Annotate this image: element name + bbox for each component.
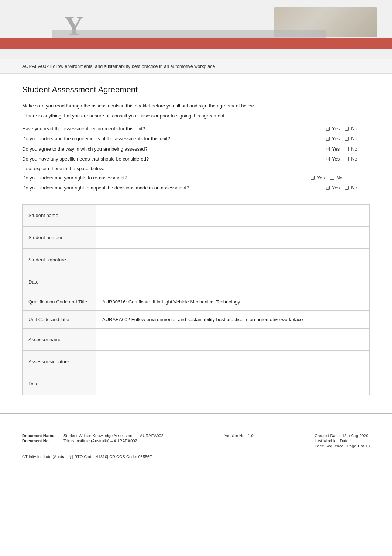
footer: Document Name: Student Written Knowledge… <box>0 429 392 451</box>
radio-no-label-6: No <box>351 184 357 192</box>
footer-version-value: 1.0 <box>248 433 253 438</box>
radio-no-icon-5[interactable]: □ <box>330 176 334 180</box>
footer-doc-name-value: Student Written Knowledge Assessment – A… <box>63 433 164 438</box>
footer-doc-name-label: Document Name: <box>22 433 59 438</box>
table-row-unit: Unit Code and Title AURAEA002 Follow env… <box>23 310 370 328</box>
table-row-date-1: Date <box>23 271 370 293</box>
header-red-bar <box>0 38 392 49</box>
radio-yes-label-1: Yes <box>332 125 340 133</box>
explain-text: If so, explain these in the space below. <box>22 166 104 171</box>
copyright-text: ©Trinity Institute (Australia) | RTO Cod… <box>22 454 152 459</box>
question-row-6: Do you understand your right to appeal t… <box>22 183 370 193</box>
radio-no-label-2: No <box>351 135 357 143</box>
header-text-bar <box>52 30 326 38</box>
radio-yes-icon-6[interactable]: □ <box>326 186 330 190</box>
value-assessor-name[interactable] <box>96 328 370 350</box>
value-student-name[interactable] <box>96 204 370 226</box>
table-row-date-2: Date <box>23 373 370 395</box>
footer-container: Document Name: Student Written Knowledge… <box>0 413 392 460</box>
question-text-5: Do you understand your rights to re-asse… <box>22 174 311 182</box>
subtitle-text: AURAEA002 Follow environmental and susta… <box>22 64 215 69</box>
question-text-4: Do you have any specific needs that shou… <box>22 155 326 163</box>
footer-modified-row: Last Modified Date: <box>314 439 370 443</box>
footer-created-row: Created Date: 12th Aug 2020 <box>314 433 370 438</box>
question-row-2: Do you understand the requirements of th… <box>22 134 370 144</box>
value-unit: AURAEA002 Follow environmental and susta… <box>96 310 370 328</box>
label-student-number: Student number <box>23 226 96 248</box>
header-image: Y <box>0 0 392 59</box>
footer-center: Version No: 1.0 <box>224 433 253 438</box>
radio-yes-icon-4[interactable]: □ <box>326 157 330 161</box>
table-row-assessor-signature: Assessor signature <box>23 350 370 373</box>
radio-no-label-4: No <box>351 155 357 163</box>
footer-doc-no-value: Trinity Institute (Australia) – AURAEA00… <box>63 439 137 443</box>
subtitle-bar: AURAEA002 Follow environmental and susta… <box>0 59 392 74</box>
radio-no-icon-3[interactable]: □ <box>345 147 349 151</box>
question-row-1: Have you read the assessment requirement… <box>22 124 370 134</box>
radio-yes-icon-1[interactable]: □ <box>326 127 330 131</box>
question-text-1: Have you read the assessment requirement… <box>22 125 326 133</box>
radio-group-4: □ Yes □ No <box>326 155 370 163</box>
footer-page-label: Page Sequence: <box>314 444 344 448</box>
footer-version-row: Version No: 1.0 <box>224 433 253 438</box>
radio-yes-icon-2[interactable]: □ <box>326 137 330 141</box>
label-student-signature: Student signature <box>23 248 96 271</box>
radio-no-label-1: No <box>351 125 357 133</box>
explain-row: If so, explain these in the space below. <box>22 164 370 173</box>
radio-no-icon-2[interactable]: □ <box>345 137 349 141</box>
value-assessor-signature[interactable] <box>96 350 370 373</box>
radio-yes-label-5: Yes <box>317 174 325 182</box>
footer-doc-name-row: Document Name: Student Written Knowledge… <box>22 433 164 438</box>
question-text-6: Do you understand your right to appeal t… <box>22 184 326 192</box>
questions-section: Have you read the assessment requirement… <box>22 124 370 193</box>
footer-created-label: Created Date: <box>314 433 340 438</box>
radio-no-icon-6[interactable]: □ <box>345 186 349 190</box>
value-student-number[interactable] <box>96 226 370 248</box>
footer-page-value: Page 1 of 18 <box>347 444 370 448</box>
footer-created-value: 12th Aug 2020 <box>342 433 368 438</box>
radio-yes-icon-5[interactable]: □ <box>311 176 315 180</box>
main-content: Student Assessment Agreement Make sure y… <box>0 74 392 402</box>
footer-page-row: Page Sequence: Page 1 of 18 <box>314 444 370 448</box>
radio-yes-label-4: Yes <box>332 155 340 163</box>
footer-doc-no-row: Document No: Trinity Institute (Australi… <box>22 439 164 443</box>
footer-right: Created Date: 12th Aug 2020 Last Modifie… <box>314 433 370 448</box>
radio-no-label-5: No <box>336 174 343 182</box>
radio-yes-icon-3[interactable]: □ <box>326 147 330 151</box>
question-text-2: Do you understand the requirements of th… <box>22 135 326 143</box>
question-row-4: Do you have any specific needs that shou… <box>22 154 370 164</box>
radio-yes-label-3: Yes <box>332 145 340 153</box>
section-title: Student Assessment Agreement <box>22 85 370 96</box>
value-date-1[interactable] <box>96 271 370 293</box>
footer-copyright: ©Trinity Institute (Australia) | RTO Cod… <box>0 453 392 460</box>
value-qualification: AUR30616: Certificate III in Light Vehic… <box>96 293 370 310</box>
radio-no-icon-1[interactable]: □ <box>345 127 349 131</box>
radio-no-label-3: No <box>351 145 357 153</box>
table-row-assessor-name: Assessor name <box>23 328 370 350</box>
form-table: Student name Student number Student sign… <box>22 204 370 395</box>
label-date-1: Date <box>23 271 96 293</box>
table-row-student-number: Student number <box>23 226 370 248</box>
label-assessor-name: Assessor name <box>23 328 96 350</box>
label-student-name: Student name <box>23 204 96 226</box>
radio-no-icon-4[interactable]: □ <box>345 157 349 161</box>
radio-group-3: □ Yes □ No <box>326 145 370 153</box>
table-row-student-name: Student name <box>23 204 370 226</box>
value-student-signature[interactable] <box>96 248 370 271</box>
question-row-3: Do you agree to the way in which you are… <box>22 144 370 154</box>
label-qualification: Qualification Code and Title <box>23 293 96 310</box>
label-assessor-signature: Assessor signature <box>23 350 96 373</box>
radio-group-5-inline: □ Yes □ No <box>311 174 370 182</box>
intro-line-1: Make sure you read through the assessmen… <box>22 102 370 110</box>
value-date-2[interactable] <box>96 373 370 395</box>
question-text-3: Do you agree to the way in which you are… <box>22 145 326 153</box>
table-row-student-signature: Student signature <box>23 248 370 271</box>
table-row-qualification: Qualification Code and Title AUR30616: C… <box>23 293 370 310</box>
footer-modified-label: Last Modified Date: <box>314 439 350 443</box>
footer-version-label: Version No: <box>224 433 245 438</box>
label-date-2: Date <box>23 373 96 395</box>
radio-yes-label-2: Yes <box>332 135 340 143</box>
footer-doc-no-label: Document No: <box>22 439 59 443</box>
radio-group-6: □ Yes □ No <box>326 184 370 192</box>
radio-yes-label-6: Yes <box>332 184 340 192</box>
